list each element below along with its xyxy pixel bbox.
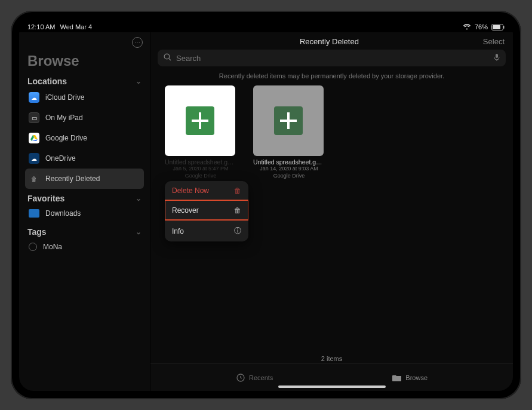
sidebar-item-googledrive[interactable]: Google Drive (25, 128, 144, 148)
menu-label: Info (172, 227, 184, 235)
tab-label: Browse (405, 374, 428, 381)
battery-icon (491, 24, 505, 30)
spreadsheet-icon (274, 106, 303, 135)
locations-header[interactable]: Locations ⌄ (25, 75, 144, 87)
favorites-header[interactable]: Favorites ⌄ (25, 192, 144, 204)
page-title: Recently Deleted (176, 37, 483, 46)
menu-recover[interactable]: Recover 🗑 (165, 200, 248, 220)
info-icon: ⓘ (234, 226, 241, 236)
file-source: Google Drive (165, 173, 236, 180)
topbar: Recently Deleted Select (150, 32, 513, 47)
tags-header[interactable]: Tags ⌄ (25, 226, 144, 238)
svg-rect-8 (496, 54, 498, 58)
file-thumbnail (253, 85, 324, 156)
main-content: Recently Deleted Select Search Recently … (150, 32, 513, 391)
chevron-down-icon: ⌄ (136, 228, 142, 236)
google-drive-icon (29, 133, 39, 143)
tab-recents[interactable]: Recents (236, 373, 273, 383)
menu-label: Recover (172, 206, 199, 215)
sidebar-item-label: On My iPad (45, 114, 83, 122)
sidebar-item-onmyipad[interactable]: ▭ On My iPad (25, 108, 144, 128)
ipad-frame: 12:10 AM Wed Mar 4 76% ⋯ Browse Location… (11, 11, 521, 399)
screen: 12:10 AM Wed Mar 4 76% ⋯ Browse Location… (19, 19, 513, 391)
sidebar-item-label: MoNa (43, 243, 62, 251)
context-menu: Delete Now 🗑 Recover 🗑 Info ⓘ (165, 181, 248, 241)
trash-icon: 🗑 (29, 173, 39, 184)
search-icon (164, 53, 171, 63)
file-name: Untitled spreadsheet.gsheet (165, 158, 236, 166)
ipad-icon: ▭ (29, 112, 39, 123)
file-thumbnail (165, 85, 235, 156)
search-placeholder: Search (176, 54, 201, 63)
deletion-notice: Recently deleted items may be permanentl… (150, 71, 513, 85)
sidebar-item-onedrive[interactable]: ☁ OneDrive (25, 148, 144, 169)
item-count: 2 items (150, 355, 513, 362)
cloud-icon: ☁ (29, 92, 39, 103)
svg-point-6 (164, 54, 170, 59)
sidebar-item-label: Recently Deleted (45, 175, 100, 183)
svg-line-7 (169, 59, 171, 60)
status-date: Wed Mar 4 (60, 23, 92, 30)
browse-title: Browse (27, 53, 142, 69)
file-date: Jan 5, 2020 at 5:47 PM (165, 166, 236, 173)
tab-label: Recents (249, 374, 273, 381)
status-time: 12:10 AM (27, 23, 55, 30)
onedrive-icon: ☁ (29, 153, 39, 164)
folder-icon (392, 373, 402, 383)
select-button[interactable]: Select (483, 37, 505, 46)
clock-icon (236, 373, 245, 383)
spreadsheet-icon (186, 106, 214, 135)
sidebar-item-label: iCloud Drive (45, 93, 84, 102)
sidebar-item-recently-deleted[interactable]: 🗑 Recently Deleted (25, 169, 144, 189)
chevron-down-icon: ⌄ (136, 194, 142, 203)
file-date: Jan 14, 2020 at 9:03 AM (253, 166, 325, 173)
tag-circle-icon (29, 243, 37, 251)
sidebar-item-icloud[interactable]: ☁ iCloud Drive (25, 87, 144, 108)
files-app: ⋯ Browse Locations ⌄ ☁ iCloud Drive ▭ On… (19, 32, 513, 391)
favorites-label: Favorites (27, 194, 64, 203)
menu-info[interactable]: Info ⓘ (165, 220, 248, 241)
chevron-down-icon: ⌄ (136, 77, 142, 85)
sidebar-item-label: Google Drive (45, 134, 87, 142)
sidebar-item-label: Downloads (45, 209, 81, 218)
file-item[interactable]: Untitled spreadsheet.gsheet Jan 5, 2020 … (165, 85, 236, 179)
trash-icon: 🗑 (234, 186, 241, 195)
file-name: Untitled spreadsheet.gsheet (253, 158, 325, 166)
battery-percent: 76% (475, 23, 488, 30)
svg-rect-1 (493, 25, 500, 29)
sidebar-item-downloads[interactable]: Downloads (25, 204, 144, 222)
more-options-icon[interactable]: ⋯ (132, 37, 143, 48)
file-source: Google Drive (253, 173, 325, 180)
search-input[interactable]: Search (158, 50, 506, 66)
locations-label: Locations (27, 77, 67, 86)
recover-icon: 🗑 (234, 206, 241, 215)
file-item[interactable]: Untitled spreadsheet.gsheet Jan 14, 2020… (253, 85, 325, 179)
folder-icon (29, 209, 39, 218)
home-indicator[interactable] (278, 385, 386, 388)
sidebar: ⋯ Browse Locations ⌄ ☁ iCloud Drive ▭ On… (19, 32, 150, 391)
microphone-icon[interactable] (494, 53, 500, 63)
wifi-icon (463, 24, 471, 30)
menu-delete-now[interactable]: Delete Now 🗑 (165, 181, 248, 200)
tags-label: Tags (27, 227, 47, 237)
svg-rect-2 (503, 26, 505, 29)
menu-label: Delete Now (172, 186, 209, 195)
sidebar-item-label: OneDrive (45, 154, 76, 163)
status-bar: 12:10 AM Wed Mar 4 76% (19, 19, 513, 32)
file-grid: Untitled spreadsheet.gsheet Jan 5, 2020 … (150, 85, 513, 179)
sidebar-item-tag[interactable]: MoNa (25, 238, 144, 256)
tab-browse[interactable]: Browse (392, 373, 428, 383)
